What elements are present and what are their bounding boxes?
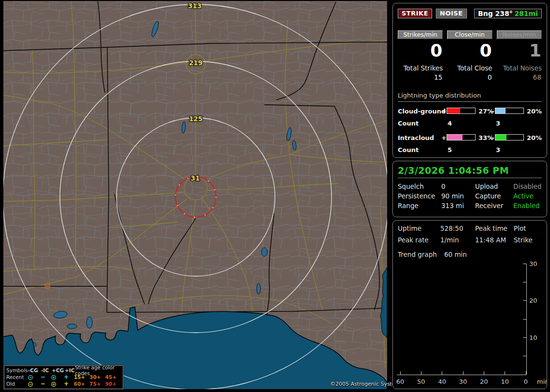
bearing-label: Bng 238° (478, 10, 513, 17)
range-label: Range (398, 202, 419, 210)
plot-value: Strike (514, 236, 533, 244)
intracloud-count-row: Count 5 3 (398, 146, 542, 154)
cg-minus-count: 3 (496, 120, 500, 127)
legend-col-neg-ic: -IC (41, 367, 52, 373)
ic-plus-bar (447, 134, 476, 140)
strike-button[interactable]: STRIKE (398, 9, 432, 18)
trend-x-tick-labels: 60 50 40 30 20 10 0 min (396, 378, 547, 385)
squelch-value: 0 (441, 182, 446, 190)
legend-row-recent: Recent − + 15+ 30+ 45+ (6, 374, 121, 380)
divider (398, 178, 542, 178)
upload-value: Disabled (513, 182, 542, 190)
cloud-ground-row: Cloud-ground + 27% − 20% (398, 108, 542, 115)
plus-icon: + (64, 380, 74, 387)
age-code-90: 90+ (105, 381, 121, 387)
ic-minus-bar (495, 134, 524, 140)
circle-minus-icon (28, 381, 41, 387)
noises-column: Noises/min 1 Total Noises 68 (497, 30, 542, 81)
plot-label: Plot (514, 224, 526, 232)
minus-sign: − (490, 108, 495, 115)
uptime-label: Uptime (398, 224, 421, 232)
svg-text:20: 20 (480, 378, 488, 385)
svg-text:40: 40 (438, 378, 446, 385)
circle-minus-icon (28, 374, 41, 380)
peak-time-label: Peak time (475, 224, 507, 232)
total-close-label: Total Close (447, 64, 492, 72)
strikes-per-min-button[interactable]: Strikes/min (398, 30, 443, 39)
status-panel: 2/3/2026 1:04:56 PM Squelch 0 Upload Dis… (392, 161, 547, 217)
ring-label-31: 31 (191, 174, 200, 182)
svg-text:10: 10 (501, 378, 509, 385)
trend-x-unit: min (537, 378, 547, 385)
close-per-min-button[interactable]: Close/min (447, 30, 492, 39)
minus-icon: − (41, 374, 51, 380)
legend-symbols-header: Symbols (6, 367, 28, 373)
total-strikes-label: Total Strikes (398, 64, 443, 72)
distribution-header: Lightning type distribution (398, 92, 542, 102)
plus-icon: + (64, 374, 74, 380)
peak-rate-value: 1/min (440, 236, 459, 244)
ic-minus-count: 3 (496, 146, 500, 154)
svg-text:30: 30 (459, 378, 467, 385)
cloud-ground-count-row: Count 4 3 (398, 120, 542, 127)
range-value: 313 mi (441, 202, 464, 210)
receiver-value: Enabled (513, 202, 540, 210)
close-rate: 0 (447, 41, 492, 60)
svg-text:20: 20 (529, 297, 537, 304)
cg-minus-bar (495, 108, 524, 114)
age-code-15: 15+ (74, 374, 89, 380)
persistence-value: 90 min (441, 192, 464, 200)
circle-plus-icon (51, 374, 64, 380)
cg-minus-pct: 20% (527, 108, 542, 115)
svg-text:50: 50 (417, 378, 425, 385)
total-strikes-value: 15 (398, 73, 443, 81)
squelch-label: Squelch (398, 182, 424, 190)
minus-icon: − (41, 380, 51, 387)
noises-per-min-button[interactable]: Noises/min (497, 30, 542, 39)
bearing-range: 281mi (514, 10, 538, 17)
peak-rate-label: Peak rate (398, 236, 429, 244)
strikes-rate: 0 (398, 41, 443, 60)
total-noises-label: Total Noises (497, 64, 542, 72)
map-canvas: 313 219 125 31 (3, 1, 387, 389)
legend-col-pos-ic: +IC (65, 367, 75, 373)
svg-text:10: 10 (529, 334, 537, 341)
total-noises-value: 68 (497, 73, 542, 81)
trend-chart: 30 20 10 60 50 40 30 20 10 0 min (393, 259, 547, 388)
minus-sign: − (490, 134, 495, 141)
circle-plus-icon (51, 381, 64, 387)
noise-button[interactable]: NOISE (436, 9, 467, 18)
svg-text:0: 0 (524, 378, 528, 385)
ic-minus-pct: 20% (527, 134, 542, 141)
map-legend: Symbols -CG -IC +CG +IC Strike age color… (4, 365, 123, 389)
plus-sign: + (441, 108, 447, 115)
capture-label: Capture (475, 192, 501, 200)
cg-plus-bar (447, 108, 476, 114)
intracloud-row: Intracloud + 33% − 20% (398, 134, 542, 142)
total-close-value: 0 (447, 73, 492, 81)
close-column: Close/min 0 Total Close 0 (447, 30, 492, 81)
legend-row-old: Old − + 60+ 75+ 90+ (6, 380, 121, 387)
strikes-column: Strikes/min 0 Total Strikes 15 (398, 30, 443, 81)
ring-label-219: 219 (189, 59, 203, 67)
persistence-label: Persistence (398, 192, 435, 200)
bearing-display: Bng 238° 281mi (474, 9, 542, 18)
age-code-60: 60+ (74, 381, 89, 387)
ring-label-125: 125 (189, 115, 203, 123)
radar-map[interactable]: 313 219 125 31 Symbols -CG -IC +CG +IC S… (3, 1, 387, 389)
trend-panel: Uptime 528:50 Peak time Plot Peak rate 1… (392, 220, 547, 389)
upload-label: Upload (475, 182, 498, 190)
capture-value: Active (513, 192, 534, 200)
legend-col-neg-cg: -CG (28, 367, 41, 373)
age-code-30: 30+ (89, 374, 105, 380)
uptime-value: 528:50 (440, 224, 463, 232)
plus-sign: + (441, 134, 447, 141)
trend-graph-value: 60 min (444, 251, 467, 258)
noises-rate: 1 (497, 41, 542, 60)
datetime-display: 2/3/2026 1:04:56 PM (398, 165, 542, 176)
trend-y-tick-labels: 30 20 10 (529, 260, 537, 341)
receiver-label: Receiver (475, 202, 503, 210)
svg-text:30: 30 (529, 260, 537, 267)
age-code-75: 75+ (89, 381, 105, 387)
trend-graph-label: Trend graph (398, 251, 437, 258)
